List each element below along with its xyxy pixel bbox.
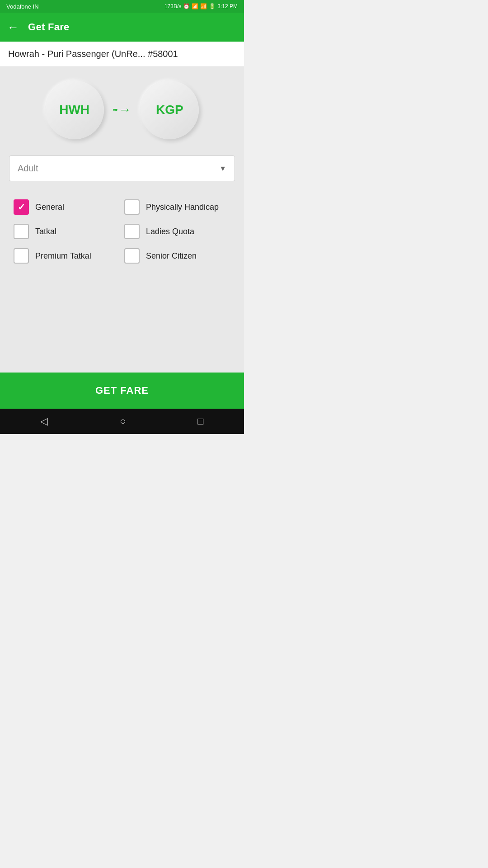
checkbox-physically-handicap-box[interactable] <box>124 199 140 215</box>
checkbox-tatkal-label: Tatkal <box>35 227 56 236</box>
checkbox-premium-tatkal[interactable]: Premium Tatkal <box>14 248 120 264</box>
nav-recent-icon[interactable]: □ <box>197 415 203 427</box>
checkbox-senior-citizen[interactable]: Senior Citizen <box>124 248 230 264</box>
alarm-icon: ⏰ <box>183 3 190 9</box>
carrier: Vodafone IN <box>6 3 39 10</box>
train-info-bar: Howrah - Puri Passenger (UnRe... #58001 <box>0 42 244 67</box>
nav-bar: ◁ ○ □ <box>0 409 244 434</box>
speed: 173B/s <box>164 3 181 9</box>
to-station-code: KGP <box>156 103 183 117</box>
checkmark-icon: ✓ <box>18 203 25 212</box>
checkbox-tatkal[interactable]: Tatkal <box>14 224 120 239</box>
checkbox-ladies-quota-label: Ladies Quota <box>146 227 194 236</box>
checkbox-ladies-quota[interactable]: Ladies Quota <box>124 224 230 239</box>
get-fare-button[interactable]: GET FARE <box>0 373 244 409</box>
checkbox-senior-citizen-label: Senior Citizen <box>146 251 197 261</box>
checkbox-general[interactable]: ✓ General <box>14 199 120 215</box>
checkbox-senior-citizen-box[interactable] <box>124 248 140 264</box>
wifi-icon: 📶 <box>192 3 198 9</box>
to-station: KGP <box>140 80 199 139</box>
chevron-down-icon: ▼ <box>219 165 226 173</box>
signal-icon: 📶 <box>200 3 207 9</box>
back-button[interactable]: ← <box>7 20 19 34</box>
checkbox-ladies-quota-box[interactable] <box>124 224 140 239</box>
checkbox-tatkal-box[interactable] <box>14 224 29 239</box>
status-bar: Vodafone IN 173B/s ⏰ 📶 📶 🔋 3:12 PM <box>0 0 244 13</box>
station-row: HWH ••• → KGP <box>9 80 235 139</box>
arrow-dots-icon: ••• <box>113 106 117 113</box>
time: 3:12 PM <box>217 3 238 9</box>
from-station: HWH <box>45 80 104 139</box>
train-info-text: Howrah - Puri Passenger (UnRe... #58001 <box>8 49 178 59</box>
status-right: 173B/s ⏰ 📶 📶 🔋 3:12 PM <box>164 3 238 9</box>
passenger-type-value: Adult <box>18 163 38 174</box>
passenger-type-dropdown[interactable]: Adult ▼ <box>9 156 235 181</box>
checkbox-physically-handicap-label: Physically Handicap <box>146 203 219 212</box>
page-title: Get Fare <box>28 21 70 33</box>
toolbar: ← Get Fare <box>0 13 244 42</box>
checkbox-general-label: General <box>35 203 64 212</box>
route-arrow: ••• → <box>113 103 131 117</box>
checkbox-general-box[interactable]: ✓ <box>14 199 29 215</box>
nav-home-icon[interactable]: ○ <box>120 415 126 427</box>
battery-icon: 🔋 <box>209 3 216 9</box>
quota-options-grid: ✓ General Physically Handicap Tatkal Lad… <box>9 195 235 268</box>
page: Vodafone IN 173B/s ⏰ 📶 📶 🔋 3:12 PM ← Get… <box>0 0 244 434</box>
main-content: HWH ••• → KGP Adult ▼ ✓ General <box>0 67 244 373</box>
checkbox-premium-tatkal-label: Premium Tatkal <box>35 251 91 261</box>
checkbox-physically-handicap[interactable]: Physically Handicap <box>124 199 230 215</box>
arrow-right-icon: → <box>118 103 131 117</box>
get-fare-label: GET FARE <box>95 385 149 396</box>
checkbox-premium-tatkal-box[interactable] <box>14 248 29 264</box>
from-station-code: HWH <box>59 103 89 117</box>
nav-back-icon[interactable]: ◁ <box>40 415 48 427</box>
